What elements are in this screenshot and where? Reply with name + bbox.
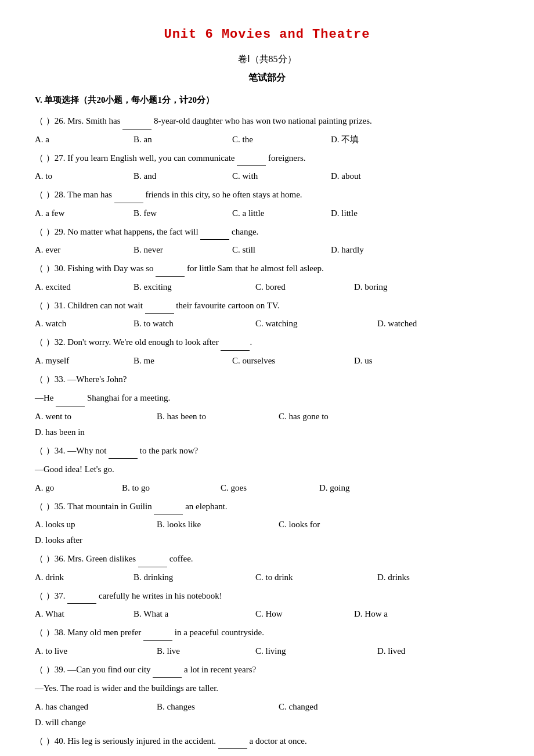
options-30: A. excited B. exciting C. bored D. borin… — [35, 279, 499, 295]
question-33-line2: —He Shanghai for a meeting. — [35, 390, 499, 406]
options-37: A. What B. What a C. How D. How a — [35, 606, 499, 622]
question-37: （ ）37. carefully he writes in his notebo… — [35, 588, 499, 604]
options-33: A. went to B. has been to C. has gone to… — [35, 409, 499, 440]
options-26: A. a B. an C. the D. 不填 — [35, 132, 499, 147]
part-header: V. 单项选择（共20小题，每小题1分，计20分） — [35, 92, 499, 108]
options-39: A. has changed B. changes C. changed D. … — [35, 699, 499, 730]
question-26: （ ）26. Mrs. Smith has 8-year-old daughte… — [35, 113, 499, 129]
question-39-line1: （ ）39. —Can you find our city a lot in r… — [35, 661, 499, 678]
question-38: （ ）38. Many old men prefer in a peaceful… — [35, 624, 499, 641]
options-28: A. a few B. few C. a little D. little — [35, 206, 499, 221]
question-31: （ ）31. Children can not wait their favou… — [35, 297, 499, 314]
question-36: （ ）36. Mrs. Green dislikes coffee. — [35, 550, 499, 567]
question-29: （ ）29. No matter what happens, the fact … — [35, 224, 499, 240]
question-34-line1: （ ）34. —Why not to the park now? — [35, 442, 499, 459]
question-30: （ ）30. Fishing with Day was so for littl… — [35, 260, 499, 277]
options-38: A. to live B. live C. living D. lived — [35, 643, 499, 659]
question-35: （ ）35. That mountain in Guilin an elepha… — [35, 498, 499, 515]
subtitle: 卷Ⅰ（共85分） — [35, 51, 499, 68]
question-32: （ ）32. Don't worry. We're old enough to … — [35, 334, 499, 351]
options-36: A. drink B. drinking C. to drink D. drin… — [35, 570, 499, 585]
section-title: 笔试部分 — [35, 70, 499, 87]
question-28: （ ）28. The man has friends in this city,… — [35, 186, 499, 203]
options-29: A. ever B. never C. still D. hardly — [35, 242, 499, 258]
question-39-line2: —Yes. The road is wider and the building… — [35, 680, 499, 697]
options-32: A. myself B. me C. ourselves D. us — [35, 353, 499, 369]
options-35: A. looks up B. looks like C. looks for D… — [35, 517, 499, 548]
options-34: A. go B. to go C. goes D. going — [35, 480, 499, 496]
question-40: （ ）40. His leg is seriously injured in t… — [35, 733, 499, 750]
options-27: A. to B. and C. with D. about — [35, 168, 499, 184]
options-31: A. watch B. to watch C. watching D. watc… — [35, 316, 499, 332]
question-34-line2: —Good idea! Let's go. — [35, 461, 499, 478]
question-33-line1: （ ）33. —Where's John? — [35, 371, 499, 388]
question-27: （ ）27. If you learn English well, you ca… — [35, 150, 499, 167]
page-title: Unit 6 Movies and Theatre — [35, 23, 499, 46]
